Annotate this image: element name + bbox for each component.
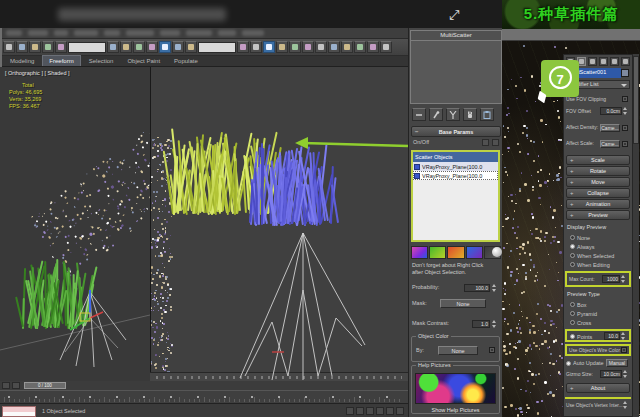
affect-density-checkbox[interactable] — [622, 125, 628, 131]
snap-toggle-icon[interactable] — [263, 41, 275, 53]
use-pivot-center-icon[interactable] — [237, 41, 249, 53]
max-count-field[interactable]: 1000 — [602, 275, 620, 283]
radio-when-editing[interactable]: When Editing — [570, 260, 630, 269]
points-field[interactable]: 10.0 — [604, 332, 620, 340]
help-thumbnail[interactable] — [447, 246, 464, 259]
curve-editor-icon[interactable] — [341, 41, 353, 53]
mirror-icon[interactable] — [302, 41, 314, 53]
menu-item-blurred[interactable] — [54, 30, 68, 36]
named-selection-set-field[interactable] — [68, 42, 106, 53]
multiscatter-window-title[interactable]: MultiScatter — [410, 30, 502, 41]
unlink-selection-icon[interactable] — [16, 41, 28, 53]
affect-scale-checkbox[interactable] — [622, 141, 628, 147]
mask-contrast-spinner[interactable] — [492, 320, 497, 328]
tab-display[interactable] — [610, 57, 619, 66]
ribbon-tab-object-paint[interactable]: Object Paint — [121, 56, 166, 66]
status-icon-3[interactable] — [376, 407, 384, 415]
rollout-base-params[interactable]: − Base Params — [411, 126, 501, 137]
gizmo-size-field[interactable]: 10.0cm — [600, 370, 622, 378]
align-icon[interactable] — [315, 41, 327, 53]
ribbon-tab-freeform[interactable]: Freeform — [42, 55, 80, 66]
help-thumbnail[interactable] — [411, 246, 428, 259]
affect-scale-button[interactable]: Came... — [600, 140, 620, 148]
menu-item-blurred[interactable] — [104, 30, 120, 36]
fov-clipping-checkbox[interactable] — [622, 96, 628, 102]
time-config-button[interactable] — [12, 382, 20, 389]
points-spinner[interactable] — [621, 332, 626, 340]
status-icon-1[interactable] — [356, 407, 364, 415]
window-crossing-icon[interactable] — [146, 41, 158, 53]
radio-when-selected[interactable]: When Selected — [570, 251, 630, 260]
select-and-move-icon[interactable] — [159, 41, 171, 53]
mask-none-button[interactable]: None — [440, 299, 486, 308]
layer-manager-icon[interactable] — [328, 41, 340, 53]
select-and-scale-icon[interactable] — [185, 41, 197, 53]
ribbon-tab-populate[interactable]: Populate — [168, 56, 204, 66]
ribbon-tab-selection[interactable]: Selection — [83, 56, 120, 66]
menu-item-blurred[interactable] — [126, 30, 154, 36]
object-color-checkbox[interactable] — [489, 347, 495, 353]
maxscript-mini-listener[interactable] — [2, 406, 36, 417]
refresh-icon[interactable] — [492, 139, 499, 146]
key-mode-button[interactable] — [2, 382, 10, 389]
help-thumbnail[interactable] — [429, 246, 446, 259]
menu-item-blurred[interactable] — [6, 30, 22, 36]
track-bar[interactable] — [0, 390, 408, 403]
menu-item-blurred[interactable] — [186, 30, 212, 36]
fov-offset-spinner[interactable] — [623, 107, 628, 115]
radio-always[interactable]: Always — [570, 242, 630, 251]
gizmo-size-spinner[interactable] — [623, 370, 628, 378]
object-color-swatch[interactable] — [621, 69, 629, 77]
status-icon-0[interactable] — [346, 407, 354, 415]
radio-pyramid[interactable]: Pyramid — [570, 309, 630, 318]
minus-icon[interactable] — [412, 108, 426, 121]
select-and-manipulate-icon[interactable] — [250, 41, 262, 53]
probability-spinner[interactable] — [492, 284, 497, 292]
time-slider-handle[interactable]: 0 / 100 — [24, 382, 66, 389]
tab-utilities[interactable] — [621, 57, 630, 66]
menu-item-blurred[interactable] — [218, 30, 236, 36]
rollout-about[interactable]: + About — [566, 383, 630, 393]
rollout-scale[interactable]: +Scale — [566, 155, 630, 165]
menu-item-blurred[interactable] — [74, 30, 98, 36]
ribbon-tab-modeling[interactable]: Modeling — [4, 56, 40, 66]
radio-cross[interactable]: Cross — [570, 318, 630, 327]
scatter-object-item[interactable]: VRayProxy_Plane(100.0 — [413, 171, 498, 180]
select-and-rotate-icon[interactable] — [172, 41, 184, 53]
show-help-pictures-button[interactable]: Show Help Pictures — [412, 407, 499, 413]
render-setup-icon[interactable] — [380, 41, 392, 53]
material-editor-icon[interactable] — [367, 41, 379, 53]
max-count-spinner[interactable] — [621, 275, 626, 283]
status-icon-4[interactable] — [386, 407, 394, 415]
menu-item-blurred[interactable] — [160, 30, 180, 36]
scatter-object-item[interactable]: VRayProxy_Plane(100.0 — [413, 162, 498, 171]
redo-icon[interactable] — [55, 41, 67, 53]
status-icon-5[interactable] — [396, 407, 404, 415]
schematic-view-icon[interactable] — [354, 41, 366, 53]
reference-coordinate-system-field[interactable] — [198, 42, 236, 53]
render-window-header[interactable] — [502, 28, 640, 41]
rollout-preview[interactable]: +Preview — [566, 210, 630, 220]
menu-item-blurred[interactable] — [28, 30, 48, 36]
manual-button[interactable]: Manual — [606, 359, 628, 367]
undo-icon[interactable] — [42, 41, 54, 53]
tab-hierarchy[interactable] — [588, 57, 597, 66]
rectangular-selection-region-icon[interactable] — [133, 41, 145, 53]
viewport-left[interactable]: [ Orthographic ] [ Shaded ] TotalPolys: … — [0, 67, 150, 381]
select-object-icon[interactable] — [107, 41, 119, 53]
menu-bar[interactable] — [0, 28, 408, 39]
select-by-name-icon[interactable] — [120, 41, 132, 53]
radio-box[interactable]: Box — [570, 300, 630, 309]
viewport-scroll-strip[interactable] — [150, 372, 408, 381]
clipboard-icon[interactable] — [480, 108, 494, 121]
pipette-icon[interactable] — [429, 108, 443, 121]
status-icon-2[interactable] — [366, 407, 374, 415]
panel-scrollbar[interactable] — [633, 54, 639, 417]
affect-density-button[interactable]: Came... — [600, 124, 620, 132]
rollout-collapse[interactable]: +Collapse — [566, 188, 630, 198]
angle-snap-icon[interactable] — [276, 41, 288, 53]
tab-motion[interactable] — [599, 57, 608, 66]
resize-arrows-icon[interactable]: ⤢ — [449, 7, 459, 23]
fork-icon[interactable] — [446, 108, 460, 121]
probability-field[interactable]: 100.0 — [464, 284, 490, 292]
